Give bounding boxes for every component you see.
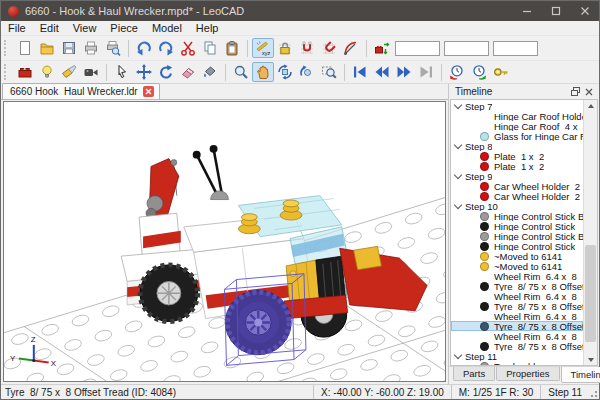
scrollbar-thumb[interactable] bbox=[585, 245, 596, 342]
timeline-part-row[interactable]: Tyre 8/ 75 x 8 Offset Tr... bbox=[451, 341, 583, 351]
timeline-part-row[interactable]: Tyre 8/ 75 x 8 Offset Tr... bbox=[451, 321, 583, 331]
timeline-part-row[interactable]: Tyre 8/ 75 x 8 Offset Tr... bbox=[451, 281, 583, 291]
roll-tool-button[interactable] bbox=[296, 62, 318, 82]
front-grille-assembly[interactable] bbox=[284, 256, 348, 318]
timeline-part-row[interactable]: Wheel Rim 6.4 x 8 bbox=[451, 331, 583, 341]
timeline-part-row[interactable]: Wheel Rim 6.4 x 8 bbox=[451, 291, 583, 301]
select-tool-button[interactable] bbox=[111, 62, 133, 82]
timeline-part-row[interactable]: Plate 1 x 2 bbox=[451, 161, 583, 171]
tab-close-button[interactable] bbox=[143, 86, 154, 97]
zoom-region-button[interactable] bbox=[318, 62, 340, 82]
insert-piece-button[interactable] bbox=[14, 62, 36, 82]
timeline-part-row[interactable]: Hinge Control Stick Base bbox=[451, 231, 583, 241]
panel-tab-parts[interactable]: Parts bbox=[453, 367, 495, 381]
document-tab[interactable]: 6660 Hook Haul Wrecker.ldr bbox=[2, 83, 160, 99]
paint-tool-button[interactable] bbox=[199, 62, 221, 82]
toolbar-handle[interactable] bbox=[4, 64, 10, 80]
first-step-button[interactable] bbox=[349, 62, 371, 82]
timeline-part-row[interactable]: Car Wheel Holder 2 x 2... bbox=[451, 191, 583, 201]
menu-model[interactable]: Model bbox=[145, 21, 189, 35]
timeline-part-row[interactable]: ~Moved to 6141 bbox=[451, 251, 583, 261]
menu-view[interactable]: View bbox=[66, 21, 104, 35]
scroll-up-button[interactable] bbox=[584, 100, 597, 111]
timeline-part-row[interactable]: Wheel Rim 6.4 x 8 bbox=[451, 311, 583, 321]
timeline-part-row[interactable]: Hinge Control Stick bbox=[451, 221, 583, 231]
menu-piece[interactable]: Piece bbox=[103, 21, 145, 35]
timeline-part-row[interactable]: Glass for Hinge Car Roo... bbox=[451, 131, 583, 141]
menu-file[interactable]: File bbox=[1, 21, 33, 35]
save-button[interactable] bbox=[58, 38, 80, 58]
move-later-button[interactable] bbox=[468, 62, 490, 82]
pan-tool-button[interactable] bbox=[252, 62, 274, 82]
timeline-part-row[interactable]: ~Moved to 6141 bbox=[451, 261, 583, 271]
resize-grip[interactable] bbox=[589, 385, 599, 399]
lock-xyz-button[interactable] bbox=[274, 38, 296, 58]
open-button[interactable] bbox=[36, 38, 58, 58]
redo-button[interactable] bbox=[155, 38, 177, 58]
transform-z-input[interactable] bbox=[493, 41, 538, 56]
close-panel-button[interactable] bbox=[582, 86, 596, 98]
chevron-down-icon[interactable] bbox=[454, 101, 462, 109]
transform-x-input[interactable] bbox=[395, 41, 440, 56]
keys-button[interactable] bbox=[490, 62, 512, 82]
rotate-tool-button[interactable] bbox=[155, 62, 177, 82]
timeline-part-row[interactable]: Hinge Car Roof 4 x 4 S... bbox=[451, 121, 583, 131]
timeline-step-header[interactable]: Step 10 bbox=[451, 201, 583, 211]
rotate-view-button[interactable] bbox=[274, 62, 296, 82]
timeline-step-header[interactable]: Step 8 bbox=[451, 141, 583, 151]
move-earlier-button[interactable] bbox=[446, 62, 468, 82]
previous-step-button[interactable] bbox=[371, 62, 393, 82]
close-button[interactable] bbox=[570, 1, 599, 21]
undo-button[interactable] bbox=[133, 38, 155, 58]
chevron-down-icon[interactable] bbox=[454, 351, 462, 359]
maximize-button[interactable] bbox=[541, 1, 570, 21]
timeline-tree[interactable]: Step 7Hinge Car Roof Holder ...Hinge Car… bbox=[451, 100, 583, 365]
transform-y-input[interactable] bbox=[444, 41, 489, 56]
timeline-part-row[interactable]: Tyre 8/ 75 x 8 Offset Tr... bbox=[451, 301, 583, 311]
timeline-part-row[interactable]: Hinge Control Stick Base bbox=[451, 211, 583, 221]
scrollbar-track[interactable] bbox=[584, 111, 597, 354]
timeline-part-row[interactable]: Car Wheel Holder 2 x 2... bbox=[451, 181, 583, 191]
timeline-step-header[interactable]: Step 9 bbox=[451, 171, 583, 181]
snap-move-button[interactable] bbox=[296, 38, 318, 58]
chevron-down-icon[interactable] bbox=[454, 171, 462, 179]
menu-help[interactable]: Help bbox=[189, 21, 226, 35]
timeline-step-header[interactable]: Step 7 bbox=[451, 101, 583, 111]
scroll-down-button[interactable] bbox=[584, 354, 597, 365]
minimize-button[interactable] bbox=[512, 1, 541, 21]
last-step-button[interactable] bbox=[415, 62, 437, 82]
snap-rotate-button[interactable] bbox=[318, 38, 340, 58]
delete-tool-button[interactable] bbox=[177, 62, 199, 82]
next-step-button[interactable] bbox=[393, 62, 415, 82]
paste-button[interactable] bbox=[221, 38, 243, 58]
snap-angle-button[interactable] bbox=[340, 38, 362, 58]
float-panel-button[interactable] bbox=[568, 86, 582, 98]
menu-edit[interactable]: Edit bbox=[33, 21, 66, 35]
panel-tab-timeline[interactable]: Timeline bbox=[561, 367, 600, 383]
panel-tab-properties[interactable]: Properties bbox=[496, 367, 559, 381]
timeline-part-row[interactable]: Hinge Car Roof Holder ... bbox=[451, 111, 583, 121]
3d-viewport[interactable]: Z Y X bbox=[3, 101, 446, 382]
control-levers[interactable] bbox=[193, 145, 229, 200]
transform-relative-button[interactable] bbox=[371, 38, 393, 58]
light-button[interactable] bbox=[36, 62, 58, 82]
camera-button[interactable] bbox=[80, 62, 102, 82]
timeline-part-row[interactable]: Wheel Rim 6.4 x 8 bbox=[451, 271, 583, 281]
print-preview-button[interactable] bbox=[102, 38, 124, 58]
timeline-part-row[interactable]: Hinge Control Stick bbox=[451, 241, 583, 251]
toolbar-handle[interactable] bbox=[4, 40, 10, 56]
cut-button[interactable] bbox=[177, 38, 199, 58]
print-button[interactable] bbox=[80, 38, 102, 58]
chevron-down-icon[interactable] bbox=[454, 201, 462, 209]
selected-tyre[interactable] bbox=[225, 290, 291, 354]
timeline-part-row[interactable]: Plate 1 x 2 bbox=[451, 151, 583, 161]
copy-button[interactable] bbox=[199, 38, 221, 58]
crane-arm[interactable] bbox=[146, 159, 179, 221]
timeline-part-row[interactable]: Trucker.ldr bbox=[451, 361, 583, 365]
zoom-tool-button[interactable] bbox=[230, 62, 252, 82]
model-tow-truck[interactable] bbox=[121, 145, 427, 365]
spotlight-button[interactable] bbox=[58, 62, 80, 82]
move-tool-button[interactable] bbox=[133, 62, 155, 82]
front-fender[interactable] bbox=[340, 246, 427, 310]
move-snap-toggle[interactable]: xyz bbox=[252, 38, 274, 58]
